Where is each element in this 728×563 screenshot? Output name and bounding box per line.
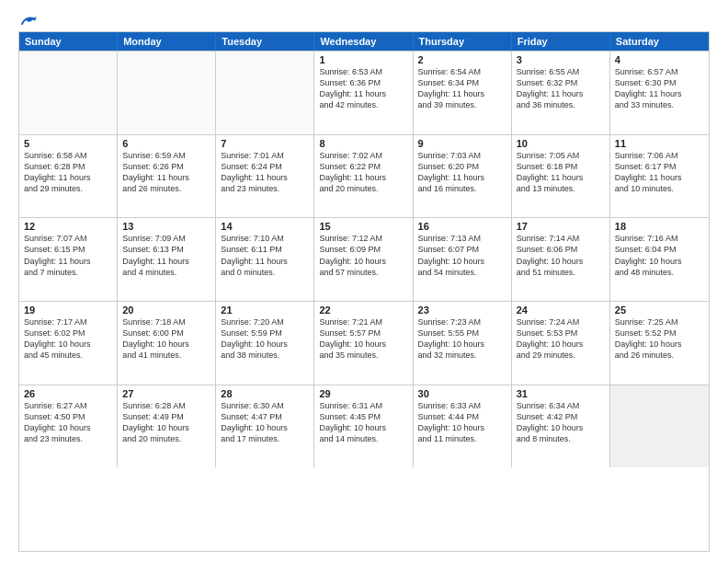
calendar-cell: 9Sunrise: 7:03 AM Sunset: 6:20 PM Daylig… [414,135,512,218]
calendar-row: 5Sunrise: 6:58 AM Sunset: 6:28 PM Daylig… [19,134,709,218]
calendar-row: 26Sunrise: 6:27 AM Sunset: 4:50 PM Dayli… [19,385,709,468]
calendar-cell: 18Sunrise: 7:16 AM Sunset: 6:04 PM Dayli… [610,218,709,301]
calendar-cell: 27Sunrise: 6:28 AM Sunset: 4:49 PM Dayli… [118,385,216,468]
day-info: Sunrise: 6:28 AM Sunset: 4:49 PM Dayligh… [122,400,210,445]
calendar-header: SundayMondayTuesdayWednesdayThursdayFrid… [19,32,709,51]
day-info: Sunrise: 7:07 AM Sunset: 6:15 PM Dayligh… [24,233,112,278]
calendar-cell: 24Sunrise: 7:24 AM Sunset: 5:53 PM Dayli… [512,302,610,385]
day-number: 31 [517,388,605,399]
calendar-cell: 23Sunrise: 7:23 AM Sunset: 5:55 PM Dayli… [414,302,512,385]
calendar-cell: 6Sunrise: 6:59 AM Sunset: 6:26 PM Daylig… [118,135,216,218]
day-number: 5 [24,138,112,149]
calendar-cell: 20Sunrise: 7:18 AM Sunset: 6:00 PM Dayli… [118,302,216,385]
day-number: 21 [221,304,309,316]
calendar-cell: 30Sunrise: 6:33 AM Sunset: 4:44 PM Dayli… [414,385,512,468]
day-info: Sunrise: 7:17 AM Sunset: 6:02 PM Dayligh… [24,316,112,362]
day-number: 7 [221,138,309,149]
day-number: 12 [24,221,112,232]
day-number: 22 [319,304,407,316]
day-info: Sunrise: 6:53 AM Sunset: 6:36 PM Dayligh… [319,66,407,111]
day-number: 28 [221,388,309,399]
calendar: SundayMondayTuesdayWednesdayThursdayFrid… [18,31,710,552]
calendar-cell [216,52,314,134]
calendar-row: 12Sunrise: 7:07 AM Sunset: 6:15 PM Dayli… [19,217,709,301]
day-info: Sunrise: 7:13 AM Sunset: 6:07 PM Dayligh… [418,233,506,278]
calendar-cell: 10Sunrise: 7:05 AM Sunset: 6:18 PM Dayli… [512,135,610,218]
logo [18,15,37,24]
day-number: 29 [319,388,407,399]
day-number: 19 [24,304,112,316]
logo-bird-icon [20,15,37,28]
day-info: Sunrise: 6:57 AM Sunset: 6:30 PM Dayligh… [615,66,704,111]
weekday-header: Saturday [610,32,709,51]
calendar-cell: 13Sunrise: 7:09 AM Sunset: 6:13 PM Dayli… [118,218,216,301]
calendar-cell: 15Sunrise: 7:12 AM Sunset: 6:09 PM Dayli… [314,218,413,301]
day-number: 27 [122,388,210,399]
day-info: Sunrise: 6:55 AM Sunset: 6:32 PM Dayligh… [517,66,605,111]
calendar-cell: 26Sunrise: 6:27 AM Sunset: 4:50 PM Dayli… [19,385,118,468]
calendar-cell: 8Sunrise: 7:02 AM Sunset: 6:22 PM Daylig… [314,135,413,218]
calendar-cell: 29Sunrise: 6:31 AM Sunset: 4:45 PM Dayli… [314,385,413,468]
day-number: 18 [615,221,704,232]
day-number: 6 [122,138,210,149]
day-number: 25 [615,304,704,316]
weekday-header: Sunday [19,32,118,51]
calendar-cell: 3Sunrise: 6:55 AM Sunset: 6:32 PM Daylig… [512,52,610,134]
day-info: Sunrise: 7:25 AM Sunset: 5:52 PM Dayligh… [615,316,704,362]
calendar-cell: 7Sunrise: 7:01 AM Sunset: 6:24 PM Daylig… [216,135,314,218]
day-info: Sunrise: 6:30 AM Sunset: 4:47 PM Dayligh… [221,400,309,445]
day-info: Sunrise: 7:02 AM Sunset: 6:22 PM Dayligh… [319,150,407,195]
calendar-cell: 14Sunrise: 7:10 AM Sunset: 6:11 PM Dayli… [216,218,314,301]
day-number: 26 [24,388,112,399]
day-number: 10 [517,138,605,149]
day-number: 24 [517,304,605,316]
day-info: Sunrise: 6:58 AM Sunset: 6:28 PM Dayligh… [24,150,112,195]
day-number: 20 [122,304,210,316]
day-info: Sunrise: 7:12 AM Sunset: 6:09 PM Dayligh… [319,233,407,278]
day-info: Sunrise: 6:31 AM Sunset: 4:45 PM Dayligh… [319,400,407,445]
day-number: 1 [319,54,407,65]
day-number: 9 [418,138,506,149]
calendar-cell: 12Sunrise: 7:07 AM Sunset: 6:15 PM Dayli… [19,218,118,301]
calendar-row: 1Sunrise: 6:53 AM Sunset: 6:36 PM Daylig… [19,51,709,134]
day-info: Sunrise: 7:05 AM Sunset: 6:18 PM Dayligh… [517,150,605,195]
calendar-cell: 31Sunrise: 6:34 AM Sunset: 4:42 PM Dayli… [512,385,610,468]
day-number: 13 [122,221,210,232]
calendar-row: 19Sunrise: 7:17 AM Sunset: 6:02 PM Dayli… [19,301,709,385]
calendar-cell: 25Sunrise: 7:25 AM Sunset: 5:52 PM Dayli… [610,302,709,385]
header [18,15,710,24]
day-number: 4 [615,54,704,65]
day-info: Sunrise: 7:16 AM Sunset: 6:04 PM Dayligh… [615,233,704,278]
day-number: 30 [418,388,506,399]
day-info: Sunrise: 7:20 AM Sunset: 5:59 PM Dayligh… [221,316,309,362]
calendar-cell [19,52,118,134]
day-number: 3 [517,54,605,65]
day-info: Sunrise: 7:01 AM Sunset: 6:24 PM Dayligh… [221,150,309,195]
day-info: Sunrise: 6:34 AM Sunset: 4:42 PM Dayligh… [517,400,605,445]
day-info: Sunrise: 7:24 AM Sunset: 5:53 PM Dayligh… [517,316,605,362]
calendar-cell: 5Sunrise: 6:58 AM Sunset: 6:28 PM Daylig… [19,135,118,218]
day-number: 23 [418,304,506,316]
day-info: Sunrise: 7:10 AM Sunset: 6:11 PM Dayligh… [221,233,309,278]
weekday-header: Thursday [414,32,512,51]
weekday-header: Friday [512,32,610,51]
calendar-page: SundayMondayTuesdayWednesdayThursdayFrid… [0,0,728,563]
day-info: Sunrise: 7:23 AM Sunset: 5:55 PM Dayligh… [418,316,506,362]
day-number: 16 [418,221,506,232]
calendar-body: 1Sunrise: 6:53 AM Sunset: 6:36 PM Daylig… [19,51,709,551]
calendar-cell: 16Sunrise: 7:13 AM Sunset: 6:07 PM Dayli… [414,218,512,301]
day-number: 14 [221,221,309,232]
calendar-cell: 19Sunrise: 7:17 AM Sunset: 6:02 PM Dayli… [19,302,118,385]
calendar-cell: 21Sunrise: 7:20 AM Sunset: 5:59 PM Dayli… [216,302,314,385]
weekday-header: Monday [118,32,216,51]
weekday-header: Tuesday [216,32,314,51]
day-info: Sunrise: 6:59 AM Sunset: 6:26 PM Dayligh… [122,150,210,195]
day-info: Sunrise: 6:54 AM Sunset: 6:34 PM Dayligh… [418,66,506,111]
calendar-cell: 17Sunrise: 7:14 AM Sunset: 6:06 PM Dayli… [512,218,610,301]
day-number: 15 [319,221,407,232]
day-info: Sunrise: 7:09 AM Sunset: 6:13 PM Dayligh… [122,233,210,278]
calendar-cell: 22Sunrise: 7:21 AM Sunset: 5:57 PM Dayli… [314,302,413,385]
calendar-cell [610,385,709,468]
calendar-cell: 28Sunrise: 6:30 AM Sunset: 4:47 PM Dayli… [216,385,314,468]
calendar-cell: 4Sunrise: 6:57 AM Sunset: 6:30 PM Daylig… [610,52,709,134]
